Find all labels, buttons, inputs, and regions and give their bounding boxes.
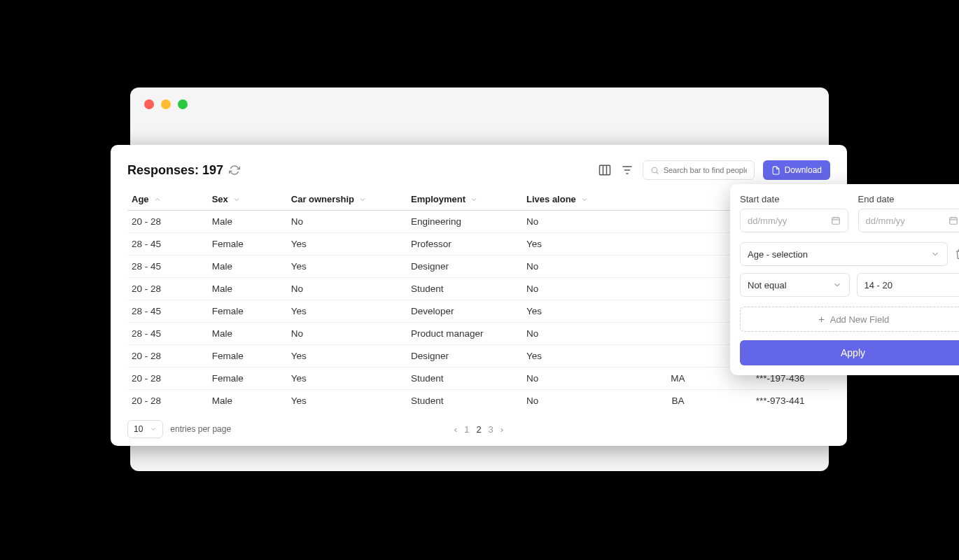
cell-employment: Engineering (407, 211, 522, 233)
download-icon (771, 166, 780, 175)
table-row[interactable]: 28 - 45FemaleYesProfessorYes (127, 233, 830, 255)
cell-sex: Female (208, 368, 287, 390)
start-date-value: dd/mm/yy (748, 216, 787, 226)
table-footer: 10 entries per page ‹ 1 2 3 › (127, 420, 830, 438)
cell-age: 20 - 28 (127, 211, 208, 233)
cell-degree: BA (626, 390, 731, 412)
cell-age: 28 - 45 (127, 323, 208, 345)
cell-degree (626, 300, 731, 323)
cell-car-ownership: Yes (287, 255, 407, 278)
cell-degree: MA (626, 368, 731, 390)
pager-page-1[interactable]: 1 (464, 424, 469, 435)
filter-icon[interactable] (620, 163, 634, 177)
cell-age: 28 - 45 (127, 255, 208, 278)
col-header-employment[interactable]: Employment (411, 194, 465, 204)
table-row[interactable]: 28 - 45FemaleYesDeveloperYes (127, 300, 830, 323)
filter-field-select[interactable]: Age - selection (740, 242, 948, 266)
add-field-button[interactable]: Add New Field (740, 307, 959, 332)
cell-car-ownership: Yes (287, 233, 407, 255)
cell-car-ownership: No (287, 323, 407, 345)
search-input[interactable] (664, 166, 747, 174)
table-row[interactable]: 28 - 45MaleNoProduct managerNo (127, 323, 830, 345)
svg-line-7 (657, 172, 658, 174)
cell-lives-alone: No (522, 211, 626, 233)
apply-button[interactable]: Apply (740, 340, 959, 365)
add-field-label: Add New Field (830, 314, 890, 325)
chevron-down-icon[interactable] (358, 195, 367, 204)
panel-header: Responses: 197 Download (127, 160, 830, 180)
filter-operator-select[interactable]: Not equal (740, 273, 850, 297)
chevron-down-icon[interactable] (232, 195, 241, 204)
cell-lives-alone: No (522, 323, 626, 345)
toolbar: Download (598, 160, 830, 180)
cell-lives-alone: Yes (522, 233, 626, 255)
col-header-sex[interactable]: Sex (212, 194, 228, 204)
cell-employment: Developer (407, 300, 522, 323)
cell-sex: Male (208, 278, 287, 300)
end-date-value: dd/mm/yy (866, 216, 905, 226)
cell-lives-alone: No (522, 368, 626, 390)
window-controls (130, 88, 829, 121)
cell-age: 28 - 45 (127, 300, 208, 323)
cell-phone: ***-973-441 (730, 390, 830, 412)
chevron-down-icon[interactable] (580, 195, 589, 204)
pager-page-2[interactable]: 2 (476, 424, 481, 435)
pager-prev[interactable]: ‹ (454, 424, 457, 435)
cell-car-ownership: Yes (287, 368, 407, 390)
col-header-lives-alone[interactable]: Lives alone (526, 194, 576, 204)
maximize-window-icon[interactable] (178, 99, 188, 109)
svg-rect-0 (599, 165, 610, 174)
close-window-icon[interactable] (144, 99, 154, 109)
page-size-value: 10 (134, 424, 143, 434)
sort-asc-icon[interactable] (153, 195, 162, 204)
cell-employment: Designer (407, 345, 522, 368)
cell-lives-alone: No (522, 390, 626, 412)
table-row[interactable]: 20 - 28MaleYesStudentNoBA***-973-441 (127, 390, 830, 412)
cell-sex: Female (208, 345, 287, 368)
plus-icon (817, 315, 826, 324)
cell-car-ownership: Yes (287, 300, 407, 323)
cell-sex: Male (208, 323, 287, 345)
col-header-car[interactable]: Car ownership (291, 194, 354, 204)
svg-point-6 (652, 167, 657, 173)
download-label: Download (785, 165, 822, 175)
table-row[interactable]: 20 - 28FemaleYesStudentNoMA***-197-436 (127, 368, 830, 390)
cell-sex: Male (208, 211, 287, 233)
refresh-icon[interactable] (229, 164, 240, 176)
chevron-down-icon[interactable] (470, 195, 478, 204)
filter-value: 14 - 20 (864, 280, 892, 290)
apply-label: Apply (841, 347, 865, 358)
cell-employment: Student (407, 390, 522, 412)
table-row[interactable]: 20 - 28FemaleYesDesignerYes (127, 345, 830, 368)
cell-sex: Female (208, 233, 287, 255)
cell-sex: Male (208, 255, 287, 278)
table-row[interactable]: 28 - 45MaleYesDesignerNo (127, 255, 830, 278)
cell-lives-alone: No (522, 255, 626, 278)
trash-icon[interactable] (955, 248, 959, 260)
end-date-label: End date (858, 194, 960, 204)
col-header-age[interactable]: Age (132, 194, 149, 204)
cell-employment: Student (407, 368, 522, 390)
search-box[interactable] (643, 160, 755, 180)
pager-next[interactable]: › (500, 424, 503, 435)
responses-table: Age Sex Car ownership Employment Lives a… (127, 188, 830, 412)
columns-icon[interactable] (598, 163, 612, 177)
download-button[interactable]: Download (763, 160, 830, 180)
filter-popover: Start date dd/mm/yy End date dd/mm/yy Ag… (730, 184, 959, 375)
svg-rect-12 (950, 218, 958, 224)
calendar-icon (948, 216, 958, 225)
pager-page-3[interactable]: 3 (489, 424, 493, 435)
cell-lives-alone: No (522, 278, 626, 300)
cell-degree (626, 211, 731, 233)
start-date-input[interactable]: dd/mm/yy (740, 209, 848, 232)
page-size-select[interactable]: 10 (127, 420, 163, 438)
table-row[interactable]: 20 - 28MaleNoEngineeringNo (127, 211, 830, 233)
cell-employment: Student (407, 278, 522, 300)
end-date-input[interactable]: dd/mm/yy (858, 209, 960, 232)
filter-value-input[interactable]: 14 - 20 (857, 273, 960, 297)
table-row[interactable]: 20 - 28MaleNoStudentNo (127, 278, 830, 300)
cell-sex: Female (208, 300, 287, 323)
calendar-icon (831, 216, 841, 225)
filter-field-value: Age - selection (748, 249, 808, 260)
minimize-window-icon[interactable] (161, 99, 171, 109)
